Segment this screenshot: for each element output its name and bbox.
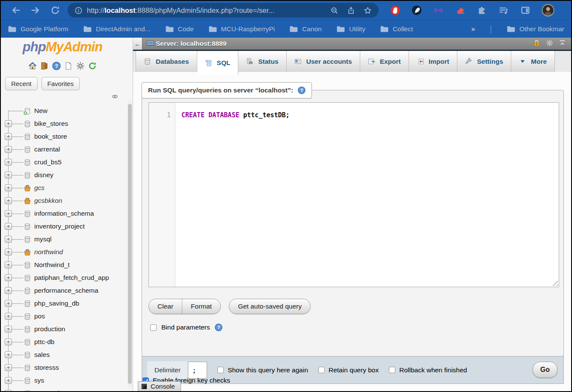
expand-icon[interactable]: + [5, 184, 12, 191]
address-bar[interactable]: http://localhost:8888/phpMyAdmin5/index.… [68, 3, 379, 18]
panel-extension-button[interactable] [520, 5, 531, 15]
tree-item-disney[interactable]: +disney [1, 169, 127, 181]
bookmark-collect[interactable]: Collect [380, 25, 413, 33]
sql-editor[interactable]: 1 CREATE DATABASE pttc_testDB; [148, 102, 559, 287]
tree-item-pttc-db[interactable]: +pttc-db [1, 336, 127, 348]
adblock-extension-button[interactable] [390, 5, 400, 15]
checkbox-box[interactable] [389, 367, 395, 373]
server-title[interactable]: Server: localhost:8889 [156, 40, 226, 48]
tree-item-northwind[interactable]: +northwind [1, 246, 127, 258]
other-bookmarks[interactable]: Other Bookmar [507, 25, 564, 33]
tree-item-patiphan-fetch-crud-app[interactable]: +patiphan_fetch_crud_app [1, 271, 127, 284]
bind-parameters-row[interactable]: Bind parameters ? [150, 324, 222, 331]
bookmark-canon[interactable]: Canon [289, 25, 322, 33]
expand-icon[interactable]: + [5, 287, 12, 294]
tree-item-carrental[interactable]: +carrental [1, 143, 127, 156]
tree-item-test-code[interactable]: +test_code [1, 387, 127, 391]
bookmark-code[interactable]: Code [165, 25, 194, 33]
bookmark-utility[interactable]: Utility [336, 25, 365, 33]
tree-item-bike-stores[interactable]: +bike_stores [1, 117, 127, 130]
expand-icon[interactable]: + [5, 326, 12, 333]
tab-settings[interactable]: Settings [457, 51, 511, 72]
expand-icon[interactable]: + [5, 351, 12, 358]
logout-button[interactable] [40, 62, 49, 70]
favorites-button[interactable]: Favorites [41, 77, 80, 90]
tree-item-information-schema[interactable]: +information_schema [1, 207, 127, 220]
delimiter-input[interactable] [188, 362, 207, 379]
tree-item-book-store[interactable]: +book_store [1, 130, 127, 143]
tab-databases[interactable]: Databases [136, 51, 197, 72]
clear-button[interactable]: Clear [149, 299, 182, 314]
sidebar-scrollbar[interactable] [127, 99, 132, 389]
expand-icon[interactable]: + [5, 210, 12, 217]
expand-icon[interactable]: + [5, 390, 12, 391]
puzzle-extension-button[interactable] [477, 5, 487, 15]
tree-item-pos[interactable]: +pos [1, 310, 127, 323]
checkbox-box[interactable] [318, 367, 325, 373]
expand-icon[interactable]: + [5, 159, 12, 166]
checkbox-show-this-query-here-again[interactable]: Show this query here again [217, 366, 308, 374]
playlist-extension-button[interactable] [498, 5, 509, 15]
feather-extension-button[interactable] [412, 5, 422, 15]
eraser-extension-button[interactable] [455, 5, 465, 15]
tree-item-gcs[interactable]: +gcs [1, 181, 127, 194]
tab-status[interactable]: Status [238, 51, 286, 72]
tree-item-northwind-t[interactable]: +Northwind_t [1, 258, 127, 271]
recent-button[interactable]: Recent [5, 77, 38, 90]
expand-icon[interactable]: + [5, 133, 12, 140]
tab-import[interactable]: Import [409, 51, 457, 72]
format-button[interactable]: Format [182, 299, 220, 314]
get-auto-saved-query-button[interactable]: Get auto-saved query [229, 299, 310, 314]
tab-user-accounts[interactable]: User accounts [287, 51, 360, 72]
expand-icon[interactable]: + [5, 339, 12, 345]
bookmarks-overflow-chevron[interactable]: » [471, 25, 475, 33]
help-icon[interactable]: ? [215, 324, 222, 331]
gear-icon[interactable] [546, 39, 553, 48]
expand-icon[interactable]: + [5, 120, 12, 127]
broadcast-extension-button[interactable] [433, 5, 444, 15]
tree-item-inventory-project[interactable]: +inventory_project [1, 220, 127, 233]
checkbox-box[interactable] [217, 367, 224, 373]
tree-item-gcsbkkon[interactable]: +gcsbkkon [1, 194, 127, 207]
expand-icon[interactable]: + [5, 364, 12, 371]
editor-code-line[interactable]: CREATE DATABASE pttc_testDB; [175, 103, 290, 287]
expand-icon[interactable]: + [5, 313, 12, 320]
bookmark-directadmin-and[interactable]: DirectAdmin and... [83, 25, 151, 33]
zoom-out-button[interactable] [330, 6, 338, 15]
checkbox-retain-query-box[interactable]: Retain query box [318, 366, 379, 374]
expand-icon[interactable]: + [5, 300, 12, 307]
tree-item-sales[interactable]: +sales [1, 348, 127, 361]
collapse-icon[interactable] [559, 39, 566, 48]
help-icon[interactable]: ? [298, 86, 305, 94]
expand-icon[interactable]: + [5, 197, 12, 204]
back-button[interactable] [6, 3, 26, 18]
scrollbar-thumb[interactable] [128, 104, 132, 384]
expand-icon[interactable]: + [5, 249, 12, 255]
tree-item-storesss[interactable]: +storesss [1, 361, 127, 374]
link-with-main-panel-icon[interactable] [111, 93, 119, 100]
help-button[interactable]: ? [52, 62, 61, 70]
tree-item-production[interactable]: +production [1, 323, 127, 336]
settings-button[interactable] [76, 62, 85, 70]
checkbox-rollback-when-finished[interactable]: Rollback when finished [389, 366, 467, 374]
tree-item-new[interactable]: New [1, 104, 127, 117]
share-button[interactable] [347, 6, 355, 15]
bookmark-google-platform[interactable]: Google Platform [8, 25, 68, 33]
tree-item-crud-bs5[interactable]: +crud_bs5 [1, 156, 127, 169]
editor-resize-handle[interactable] [552, 280, 558, 286]
expand-icon[interactable]: + [5, 223, 12, 230]
tree-item-sys[interactable]: +sys [1, 374, 127, 387]
expand-icon[interactable]: + [5, 146, 12, 153]
profile-avatar[interactable] [542, 4, 554, 17]
expand-icon[interactable]: + [5, 261, 12, 268]
expand-icon[interactable]: + [5, 172, 12, 178]
tree-item-performance-schema[interactable]: +performance_schema [1, 284, 127, 297]
refresh-button[interactable] [88, 62, 97, 70]
url-text[interactable]: http://localhost:8888/phpMyAdmin5/index.… [87, 6, 325, 15]
tab-more[interactable]: More [511, 51, 555, 72]
expand-icon[interactable]: + [5, 377, 12, 384]
sidebar-toggle-button[interactable]: ← [133, 38, 142, 50]
tree-item-mysql[interactable]: +mysql [1, 233, 127, 246]
tab-sql[interactable]: SQL [197, 51, 239, 75]
phpmyadmin-logo[interactable]: phpMyAdmin [1, 39, 124, 55]
